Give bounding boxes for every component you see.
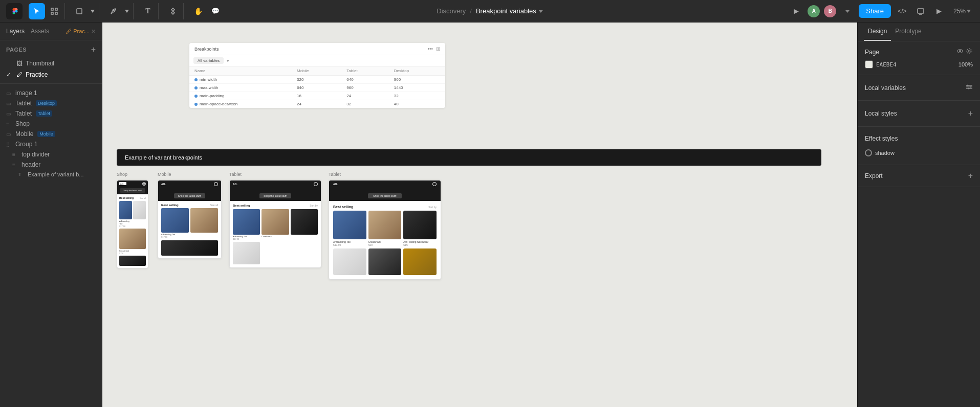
effect-item-shadow: shadow [865,147,973,159]
sidebar-tab-row: Layers Assets 🖊 Prac... ✕ [0,22,102,40]
effect-styles-section: Effect styles shadow [858,127,980,165]
svg-rect-3 [55,12,57,14]
canvas-area[interactable]: Breakpoints ••• ⊞ All variables ▾ Name [102,22,857,407]
share-button[interactable]: Share [859,4,891,18]
product-item [119,256,146,266]
code-view-button[interactable]: </> [895,4,909,18]
table-row: main-padding 16 24 32 [189,92,445,100]
product-item: A/Branding Tee $17.90 [119,201,132,228]
layer-mobile[interactable]: ▭ Mobile Mobile [0,129,102,139]
select-tool[interactable] [29,3,45,19]
svg-rect-5 [918,9,924,13]
table-row: min-width 320 640 960 [189,76,445,84]
tab-prototype[interactable]: Prototype [891,22,925,41]
breakpoints-frame-container: Breakpoints ••• ⊞ All variables ▾ Name [189,43,445,108]
layer-group1[interactable]: ⣿ Group 1 [0,139,102,149]
shape-tools [69,3,99,19]
present-mode-button[interactable] [913,4,928,18]
add-page-button[interactable]: + [91,46,96,54]
pen-tools [103,3,134,19]
page-section: Page EAEBE4 100% [858,41,980,75]
layer-image1[interactable]: ▭ image 1 [0,88,102,98]
svg-point-8 [968,50,970,52]
text-tools: T [138,3,159,19]
local-variables-icon[interactable] [966,83,973,92]
page-item-thumbnail[interactable]: 🖼 Thumbnail [0,58,102,69]
rectangle-tool[interactable] [71,3,88,19]
text-tool[interactable]: T [140,3,156,19]
tab-practice[interactable]: 🖊 Prac... ✕ [66,27,96,36]
product-item: A/Branding Tee $17.90 [233,209,260,240]
export-section: Export + [858,165,980,187]
canvas-shop-label: Shop [117,172,127,177]
layer-example-text[interactable]: T Example of variant b... [0,170,102,179]
left-sidebar: Layers Assets 🖊 Prac... ✕ Pages + 🖼 Thum… [0,22,102,407]
components-tool[interactable] [165,3,181,19]
bp-more-btn[interactable]: ••• [427,46,433,52]
bp-frame-header: Breakpoints ••• ⊞ [189,43,445,55]
tab-assets[interactable]: Assets [31,28,49,35]
toolbar: T ✋ 💬 Discovery / Breakpoint variables ▶… [0,0,980,22]
canvas-tablet1-label: Tablet [229,172,242,177]
page-list: 🖼 Thumbnail ✓ 🖊 Practice [0,57,102,81]
toolbar-tools-left: T ✋ 💬 [6,3,228,19]
shapes-dropdown[interactable] [89,3,97,19]
hand-tool[interactable]: ✋ [190,3,206,19]
layer-top-divider[interactable]: ≡ top divider [0,149,102,160]
page-visibility-icon[interactable] [956,48,964,56]
pages-header: Pages + [0,40,102,57]
layer-tablet-tablet[interactable]: ▭ Tablet Tablet [0,108,102,119]
file-name[interactable]: Breakpoint variables [476,7,543,15]
col-desktop: Desktop [389,66,445,76]
effect-styles-label: Effect styles [865,135,898,142]
pen-tool[interactable] [105,3,122,19]
mobile-frame: AO. Shop the latest stuff! Best selling … [158,180,222,259]
project-name: Discovery [437,7,466,15]
component-tools [163,3,184,19]
right-sidebar: Design Prototype Page [857,22,980,407]
play-button[interactable]: ▶ [932,4,946,18]
col-tablet: Tablet [341,66,388,76]
bp-filter-all[interactable]: All variables [193,57,224,64]
bp-filter-arrow: ▾ [227,58,229,63]
user-avatar-1: A [808,5,820,17]
frame-tool[interactable] [46,3,62,19]
page-item-practice[interactable]: ✓ 🖊 Practice [0,69,102,80]
tab-layers[interactable]: Layers [6,27,25,36]
svg-rect-4 [77,9,82,14]
page-settings-icon[interactable] [966,48,973,56]
right-sidebar-tabs: Design Prototype [858,22,980,41]
avatar-dropdown[interactable] [840,4,855,18]
svg-point-11 [968,88,970,89]
variant-bar: Example of variant breakpoints [117,149,821,166]
variant-bar-text: Example of variant breakpoints [125,154,202,161]
user-avatar-2: B [824,5,836,17]
layer-header[interactable]: ≡ header [0,160,102,170]
product-item [403,248,437,275]
zoom-dropdown[interactable]: 25% [950,4,974,18]
product-item: A/Branding Tee $17.90 [161,208,189,238]
page-color-row: EAEBE4 100% [865,60,973,69]
svg-rect-2 [51,12,53,14]
bp-add-btn[interactable]: ⊞ [436,46,440,52]
figma-menu-button[interactable] [6,3,23,19]
pen-dropdown[interactable] [123,3,131,19]
bp-frame-title: Breakpoints [194,47,219,52]
present-button[interactable]: ▶ [789,4,803,18]
product-item: Crealsnark $10 [368,211,402,246]
export-add-button[interactable]: + [968,171,973,180]
local-styles-add-button[interactable]: + [968,109,973,118]
svg-point-10 [970,86,972,88]
main-layout: Layers Assets 🖊 Prac... ✕ Pages + 🖼 Thum… [0,22,980,407]
product-item: Crealsnark $7% [119,229,146,255]
tab-design[interactable]: Design [864,22,891,41]
comment-tool[interactable]: 💬 [207,3,224,19]
page-color-swatch[interactable] [865,60,873,69]
tablet1-frame: AO. Shop the latest stuff! Best selling … [229,180,321,268]
local-styles-section: Local styles + [858,101,980,127]
svg-point-7 [960,51,961,52]
layer-shop[interactable]: ≡ Shop [0,119,102,129]
layer-tablet-desktop[interactable]: ▭ Tablet Desktop [0,98,102,108]
hand-tools: ✋ 💬 [188,3,226,19]
svg-point-9 [967,85,969,86]
